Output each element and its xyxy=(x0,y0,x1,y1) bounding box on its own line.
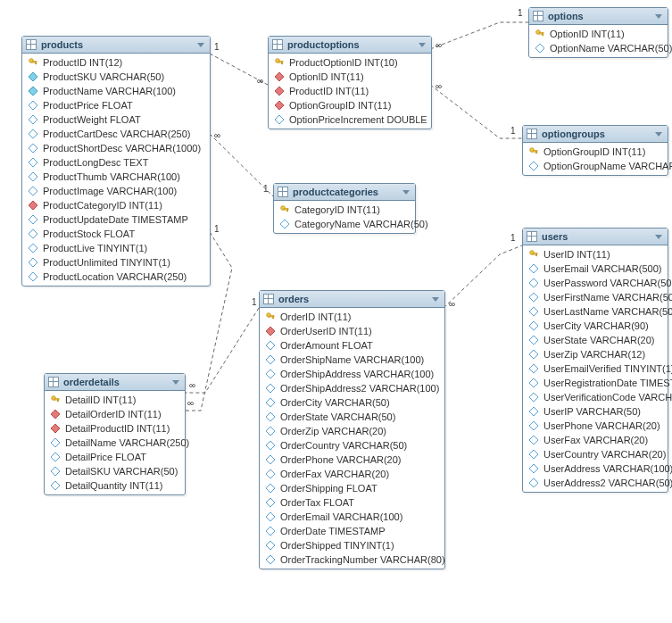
column-row[interactable]: OrderPhone VARCHAR(20) xyxy=(260,453,444,467)
column-row[interactable]: UserState VARCHAR(20) xyxy=(523,333,668,347)
column-row[interactable]: UserAddress VARCHAR(100) xyxy=(523,461,668,476)
column-row[interactable]: ProductUpdateDate TIMESTAMP xyxy=(22,212,210,227)
column-row[interactable]: UserRegistrationDate TIMESTAMP xyxy=(523,376,668,390)
table-body-optiongroups: OptionGroupID INT(11)OptionGroupName VAR… xyxy=(523,143,668,175)
column-row[interactable]: OrderShipAddress2 VARCHAR(100) xyxy=(260,381,444,395)
column-row[interactable]: DetailQuantity INT(11) xyxy=(45,478,185,493)
column-diamond-icon xyxy=(28,143,38,154)
column-row[interactable]: UserPassword VARCHAR(500) xyxy=(523,276,668,290)
column-row[interactable]: OrderZip VARCHAR(20) xyxy=(260,424,444,438)
column-row[interactable]: OrderCity VARCHAR(50) xyxy=(260,395,444,410)
column-row[interactable]: ProductLocation VARCHAR(250) xyxy=(22,270,210,284)
column-row[interactable]: UserFax VARCHAR(20) xyxy=(523,433,668,447)
table-products[interactable]: products ProductID INT(12)ProductSKU VAR… xyxy=(21,36,211,287)
column-label: OrderState VARCHAR(50) xyxy=(280,411,395,423)
column-row[interactable]: UserFirstName VARCHAR(50) xyxy=(523,290,668,304)
column-row[interactable]: OptionID INT(11) xyxy=(529,27,668,41)
column-label: UserEmailVerified TINYINT(1) xyxy=(543,362,672,375)
column-row[interactable]: ProductThumb VARCHAR(100) xyxy=(22,170,210,184)
column-row[interactable]: OptionGroupID INT(11) xyxy=(269,98,431,112)
column-row[interactable]: ProductOptionID INT(10) xyxy=(269,55,431,70)
column-row[interactable]: UserZip VARCHAR(12) xyxy=(523,347,668,361)
column-row[interactable]: UserID INT(11) xyxy=(523,247,668,262)
column-row[interactable]: OptionID INT(11) xyxy=(269,70,431,84)
table-productoptions[interactable]: productoptions ProductOptionID INT(10)Op… xyxy=(268,36,432,129)
fk-diamond-icon xyxy=(265,326,276,336)
column-row[interactable]: OptionGroupName VARCHAR(50) xyxy=(523,159,668,173)
column-row[interactable]: DetailProductID INT(11) xyxy=(45,421,185,436)
table-header-productcategories[interactable]: productcategories xyxy=(274,184,415,201)
column-row[interactable]: DetailSKU VARCHAR(50) xyxy=(45,464,185,478)
column-row[interactable]: ProductSKU VARCHAR(50) xyxy=(22,70,210,84)
table-orderdetails[interactable]: orderdetails DetailID INT(11)DetailOrder… xyxy=(44,373,186,495)
svg-rect-78 xyxy=(58,400,59,402)
column-row[interactable]: OrderCountry VARCHAR(50) xyxy=(260,438,444,453)
column-row[interactable]: UserAddress2 VARCHAR(50) xyxy=(523,476,668,490)
column-row[interactable]: OptionPriceIncrement DOUBLE xyxy=(269,112,431,127)
table-orders[interactable]: orders OrderID INT(11)OrderUserID INT(11… xyxy=(259,290,445,569)
column-row[interactable]: ProductID INT(12) xyxy=(22,55,210,70)
column-row[interactable]: ProductShortDesc VARCHAR(1000) xyxy=(22,141,210,155)
column-row[interactable]: UserPhone VARCHAR(20) xyxy=(523,419,668,433)
column-row[interactable]: OrderID INT(11) xyxy=(260,310,444,324)
column-row[interactable]: ProductStock FLOAT xyxy=(22,227,210,241)
column-row[interactable]: OrderTrackingNumber VARCHAR(80) xyxy=(260,552,444,567)
column-row[interactable]: UserEmailVerified TINYINT(1) xyxy=(523,361,668,376)
column-row[interactable]: OrderShipped TINYINT(1) xyxy=(260,538,444,552)
column-row[interactable]: OrderUserID INT(11) xyxy=(260,324,444,338)
column-row[interactable]: CategoryName VARCHAR(50) xyxy=(274,217,415,231)
table-header-optiongroups[interactable]: optiongroups xyxy=(523,126,668,143)
column-row[interactable]: ProductLongDesc TEXT xyxy=(22,155,210,170)
column-row[interactable]: OptionName VARCHAR(50) xyxy=(529,41,668,55)
rel-label-many2: ∞ xyxy=(214,130,220,140)
table-productcategories[interactable]: productcategories CategoryID INT(11)Cate… xyxy=(273,183,416,234)
column-row[interactable]: ProductLive TINYINT(1) xyxy=(22,241,210,255)
column-row[interactable]: UserCity VARCHAR(90) xyxy=(523,319,668,333)
column-label: CategoryName VARCHAR(50) xyxy=(295,218,428,230)
column-label: OrderID INT(11) xyxy=(280,311,351,323)
column-row[interactable]: CategoryID INT(11) xyxy=(274,203,415,217)
column-row[interactable]: ProductWeight FLOAT xyxy=(22,112,210,127)
table-optiongroups[interactable]: optiongroups OptionGroupID INT(11)Option… xyxy=(522,125,668,176)
column-row[interactable]: UserEmail VARCHAR(500) xyxy=(523,262,668,276)
column-row[interactable]: UserLastName VARCHAR(50) xyxy=(523,304,668,319)
column-row[interactable]: OrderEmail VARCHAR(100) xyxy=(260,510,444,524)
column-row[interactable]: DetailName VARCHAR(250) xyxy=(45,436,185,450)
table-header-options[interactable]: options xyxy=(529,8,668,25)
column-row[interactable]: UserVerificationCode VARCHAR(20) xyxy=(523,390,668,404)
column-row[interactable]: OrderShipName VARCHAR(100) xyxy=(260,353,444,367)
column-row[interactable]: ProductPrice FLOAT xyxy=(22,98,210,112)
svg-rect-39 xyxy=(536,254,537,256)
column-row[interactable]: OptionGroupID INT(11) xyxy=(523,145,668,159)
table-header-orders[interactable]: orders xyxy=(260,291,444,308)
table-header-users[interactable]: users xyxy=(523,228,668,245)
column-diamond-icon xyxy=(28,243,38,253)
column-row[interactable]: ProductUnlimited TINYINT(1) xyxy=(22,255,210,270)
column-label: DetailName VARCHAR(250) xyxy=(65,436,189,449)
column-row[interactable]: ProductCategoryID INT(11) xyxy=(22,198,210,212)
column-row[interactable]: OrderTax FLOAT xyxy=(260,495,444,510)
column-label: UserFirstName VARCHAR(50) xyxy=(543,291,672,303)
column-row[interactable]: DetailID INT(11) xyxy=(45,393,185,407)
table-header-orderdetails[interactable]: orderdetails xyxy=(45,374,185,391)
column-row[interactable]: DetailOrderID INT(11) xyxy=(45,407,185,421)
column-row[interactable]: OrderDate TIMESTAMP xyxy=(260,524,444,538)
table-options[interactable]: options OptionID INT(11)OptionName VARCH… xyxy=(528,7,668,58)
column-row[interactable]: OrderState VARCHAR(50) xyxy=(260,410,444,424)
column-row[interactable]: OrderFax VARCHAR(20) xyxy=(260,467,444,481)
column-row[interactable]: OrderAmount FLOAT xyxy=(260,338,444,353)
column-row[interactable]: UserIP VARCHAR(50) xyxy=(523,404,668,419)
column-row[interactable]: OrderShipping FLOAT xyxy=(260,481,444,495)
column-row[interactable]: ProductCartDesc VARCHAR(250) xyxy=(22,127,210,141)
rel-orders-orderdetails xyxy=(184,308,259,393)
column-row[interactable]: OrderShipAddress VARCHAR(100) xyxy=(260,367,444,381)
column-row[interactable]: UserCountry VARCHAR(20) xyxy=(523,447,668,461)
column-row[interactable]: ProductImage VARCHAR(100) xyxy=(22,184,210,198)
column-row[interactable]: DetailPrice FLOAT xyxy=(45,450,185,464)
column-label: OptionGroupID INT(11) xyxy=(289,99,391,112)
column-row[interactable]: ProductName VARCHAR(100) xyxy=(22,84,210,98)
column-row[interactable]: ProductID INT(11) xyxy=(269,84,431,98)
table-users[interactable]: users UserID INT(11)UserEmail VARCHAR(50… xyxy=(522,228,668,493)
table-header-products[interactable]: products xyxy=(22,37,210,54)
table-header-productoptions[interactable]: productoptions xyxy=(269,37,431,54)
